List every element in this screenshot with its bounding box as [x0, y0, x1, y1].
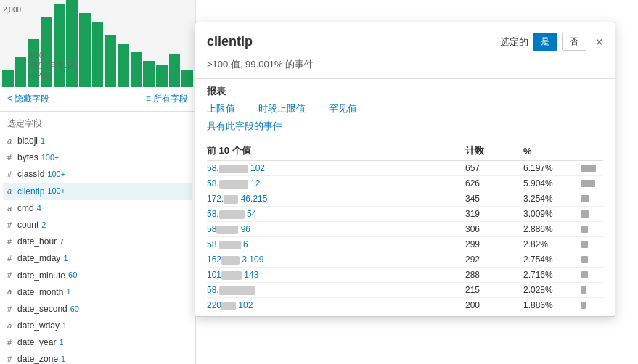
table-row: 58 96 306 2.886% [207, 222, 603, 237]
field-item-date-second[interactable]: # date_second 60 [3, 301, 192, 318]
cell-count: 319 [465, 209, 523, 219]
cell-count: 299 [465, 239, 523, 249]
field-type-icon: # [7, 168, 15, 181]
field-item-date-month[interactable]: a date_month 1 [3, 284, 192, 301]
field-count: 7 [60, 236, 64, 249]
field-item-date-hour[interactable]: # date_hour 7 [3, 233, 192, 250]
field-item-biaoji[interactable]: a biaoji 1 [3, 133, 192, 149]
cell-percent: 2.754% [523, 255, 581, 265]
table-row: 58. 215 2.028% [207, 283, 603, 298]
field-count: 1 [63, 252, 68, 265]
chart-bar [156, 65, 168, 87]
cell-bar [581, 241, 603, 248]
chart-bar [181, 70, 193, 87]
cell-value[interactable]: 101 143 [207, 270, 465, 280]
field-name: date_month [17, 286, 63, 299]
chart-bar [2, 70, 14, 87]
field-list: a biaoji 1 # bytes 100+ # classId 100+ a… [0, 133, 195, 364]
cell-bar [581, 226, 603, 233]
chart-bar [131, 52, 142, 87]
cell-percent: 2.886% [523, 224, 581, 234]
field-count: 60 [70, 303, 79, 316]
field-item-date-year[interactable]: # date_year 1 [3, 334, 192, 351]
field-item-date-minute[interactable]: # date_minute 60 [3, 268, 192, 284]
cell-count: 657 [465, 163, 523, 173]
cell-value[interactable]: 58. 102 [207, 163, 465, 173]
cell-count: 292 [465, 255, 523, 265]
field-name: classId [17, 167, 44, 181]
chart-bar [105, 35, 116, 87]
field-name: bytes [17, 151, 38, 165]
chart-bar [15, 57, 27, 87]
field-type-icon: # [7, 353, 15, 364]
cell-value[interactable]: 172. 46.215 [207, 194, 465, 204]
cell-bar [581, 271, 603, 278]
field-item-cmd[interactable]: a cmd 4 [3, 200, 192, 217]
field-item-clientip[interactable]: a clientip 100+ [3, 183, 192, 200]
col-header-percent: % [523, 146, 581, 157]
field-name: clientip [17, 185, 44, 199]
selected-label: 选定的 [500, 36, 528, 49]
field-item-date-wday[interactable]: a date_wday 1 [3, 318, 192, 334]
sidebar-controls: < 隐藏字段 ≡ 所有字段 [0, 87, 195, 112]
field-type-icon: # [7, 236, 15, 249]
field-detail-popup: clientip 选定的 是 否 × >100 值, 99.001% 的事件 报… [195, 22, 615, 317]
cell-value[interactable]: 220 102 [207, 300, 465, 310]
field-item-bytes[interactable]: # bytes 100+ [3, 149, 192, 166]
report-link-rare[interactable]: 罕见值 [329, 102, 357, 115]
field-item-date-zone[interactable]: # date_zone 1 [3, 351, 192, 364]
cell-percent: 6.197% [523, 163, 581, 173]
field-item-date-mday[interactable]: # date_mday 1 [3, 250, 192, 267]
field-count: 100+ [47, 185, 65, 198]
field-type-icon: # [7, 303, 15, 316]
table-row: 162 3.109 292 2.754% [207, 252, 603, 268]
field-type-icon: a [7, 320, 15, 333]
hide-fields-button[interactable]: < 隐藏字段 [7, 93, 49, 105]
field-name: date_wday [17, 319, 60, 333]
cell-bar [581, 256, 603, 263]
field-item-count[interactable]: # count 2 [3, 217, 192, 233]
field-count: 100+ [47, 168, 65, 181]
field-count: 1 [59, 336, 63, 349]
cell-percent: 2.82% [523, 239, 581, 249]
reports-links: 上限值 时段上限值 罕见值 [207, 102, 603, 115]
cell-percent: 2.716% [523, 270, 581, 280]
cell-value[interactable]: 58. 54 [207, 209, 465, 219]
table-row: 58. 12 626 5.904% [207, 176, 603, 191]
cell-value[interactable]: 58. 6 [207, 239, 465, 249]
field-count: 1 [62, 320, 67, 333]
cell-value[interactable]: 162 3.109 [207, 255, 465, 265]
x-axis-label: 8:00 周五 9月 11日 2020年 [29, 51, 74, 81]
events-with-field-link[interactable]: 具有此字段的事件 [207, 120, 282, 131]
cell-value[interactable]: 58. [207, 285, 465, 295]
popup-header: clientip 选定的 是 否 × [195, 22, 615, 58]
field-name: biaoji [17, 134, 38, 148]
chart-area: 2,000 8:00 周五 9月 11日 2020年 [0, 0, 195, 87]
cell-value[interactable]: 58 96 [207, 224, 465, 234]
table-row: 58. 6 299 2.82% [207, 237, 603, 252]
field-count: 1 [66, 286, 70, 299]
cell-value[interactable]: 58. 12 [207, 178, 465, 189]
no-button[interactable]: 否 [562, 33, 586, 51]
chart-bar [143, 61, 155, 87]
cell-count: 288 [465, 270, 523, 280]
table-row: 101 143 288 2.716% [207, 268, 603, 283]
cell-bar [581, 165, 603, 172]
field-count: 1 [41, 135, 45, 148]
all-fields-button[interactable]: ≡ 所有字段 [146, 93, 188, 105]
report-link-upper[interactable]: 上限值 [207, 102, 235, 115]
report-link-time-upper[interactable]: 时段上限值 [258, 102, 306, 115]
chart-bar [92, 22, 104, 87]
yes-button[interactable]: 是 [533, 33, 557, 51]
sidebar: 2,000 8:00 周五 9月 11日 2020年 < 隐藏字段 [0, 0, 196, 364]
field-type-icon: # [7, 336, 15, 349]
cell-percent: 5.904% [523, 178, 581, 189]
field-name: date_second [17, 302, 68, 316]
close-icon[interactable]: × [595, 36, 603, 49]
field-item-classid[interactable]: # classId 100+ [3, 166, 192, 183]
cell-bar [581, 180, 603, 187]
field-name: date_mday [17, 252, 60, 265]
col-header-count: 计数 [465, 144, 523, 157]
y-axis-top: 2,000 [3, 6, 21, 14]
field-type-icon: a [7, 286, 15, 299]
